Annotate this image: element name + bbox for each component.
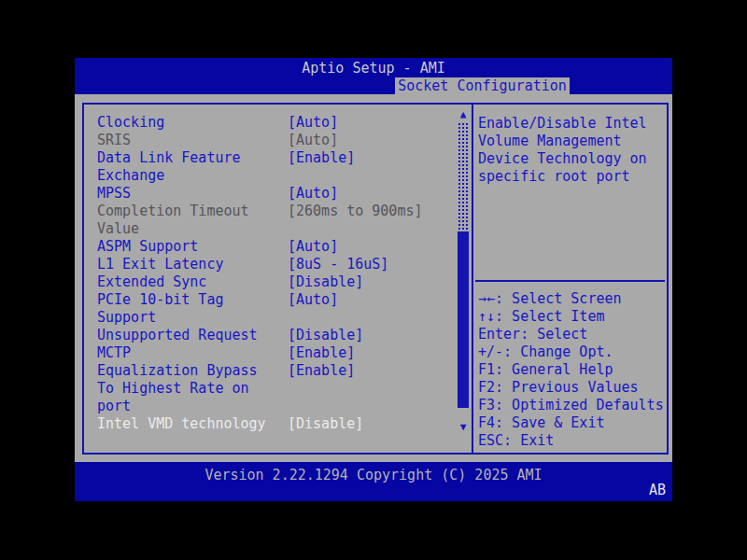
scroll-down-icon[interactable]: ▼ bbox=[457, 422, 470, 433]
setting-value: [Auto] bbox=[280, 114, 338, 132]
scrollbar-thumb[interactable] bbox=[458, 231, 469, 408]
setting-row[interactable]: Clocking [Auto] bbox=[97, 114, 457, 132]
setting-row[interactable]: Intel VMD technology [Disable] bbox=[97, 415, 457, 433]
setting-label: MPSS bbox=[97, 185, 280, 203]
hotkey-item: +/-: Change Opt. bbox=[478, 343, 664, 361]
setup-window: Clocking [Auto] SRIS [Auto] Data Link Fe… bbox=[75, 94, 672, 462]
hotkey-list: →←: Select Screen ↑↓: Select Item Enter:… bbox=[478, 290, 664, 450]
hotkey-item: ↑↓: Select Item bbox=[478, 308, 664, 326]
setting-label: Equalization Bypass To Highest Rate on p… bbox=[97, 362, 280, 415]
setting-row[interactable]: PCIe 10-bit Tag Support [Auto] bbox=[97, 291, 457, 327]
scroll-up-icon[interactable]: ▲ bbox=[457, 109, 470, 120]
setting-row[interactable]: MPSS [Auto] bbox=[97, 185, 457, 203]
setting-row[interactable]: ASPM Support [Auto] bbox=[97, 238, 457, 256]
setting-label: ASPM Support bbox=[97, 238, 280, 256]
setting-label: Intel VMD technology bbox=[97, 415, 280, 433]
setting-value: [Auto] bbox=[280, 132, 338, 149]
hotkey-item: ESC: Exit bbox=[478, 432, 664, 450]
setting-label: Completion Timeout Value bbox=[97, 203, 280, 238]
content-box: Clocking [Auto] SRIS [Auto] Data Link Fe… bbox=[82, 103, 669, 455]
setting-label: PCIe 10-bit Tag Support bbox=[97, 291, 280, 327]
setting-value: [8uS - 16uS] bbox=[280, 256, 388, 273]
setting-row[interactable]: Completion Timeout Value [260ms to 900ms… bbox=[97, 203, 457, 238]
setting-value: [Auto] bbox=[280, 185, 338, 203]
tab-socket-configuration[interactable]: Socket Configuration bbox=[395, 77, 570, 94]
setting-value: [Disable] bbox=[280, 415, 363, 433]
setting-row[interactable]: Unsupported Request [Disable] bbox=[97, 327, 457, 344]
setting-value: [Enable] bbox=[280, 344, 355, 362]
setting-label: Extended Sync bbox=[97, 273, 280, 291]
help-divider bbox=[475, 280, 665, 282]
setting-label: Unsupported Request bbox=[97, 327, 280, 344]
hotkey-item: →←: Select Screen bbox=[478, 290, 664, 308]
setting-value: [Auto] bbox=[280, 238, 338, 256]
hotkey-item: F1: General Help bbox=[478, 361, 664, 379]
setting-row[interactable]: Equalization Bypass To Highest Rate on p… bbox=[97, 362, 457, 415]
setting-value: [260ms to 900ms] bbox=[280, 203, 423, 220]
setting-value: [Disable] bbox=[280, 273, 363, 291]
setting-value: [Enable] bbox=[280, 362, 355, 380]
setting-row[interactable]: Extended Sync [Disable] bbox=[97, 273, 457, 291]
setting-label: Data Link Feature Exchange bbox=[97, 149, 280, 185]
footer-bar: Version 2.22.1294 Copyright (C) 2025 AMI… bbox=[75, 462, 672, 501]
setting-label: MCTP bbox=[97, 344, 280, 362]
setting-row[interactable]: Data Link Feature Exchange [Enable] bbox=[97, 149, 457, 185]
setting-label: L1 Exit Latency bbox=[97, 256, 280, 273]
hotkey-item: F2: Previous Values bbox=[478, 379, 664, 397]
bios-screen: Aptio Setup - AMI Socket Configuration C… bbox=[75, 58, 672, 501]
settings-list: Clocking [Auto] SRIS [Auto] Data Link Fe… bbox=[84, 105, 457, 453]
setting-value: [Disable] bbox=[280, 327, 363, 344]
setting-row[interactable]: L1 Exit Latency [8uS - 16uS] bbox=[97, 256, 457, 273]
setting-row[interactable]: MCTP [Enable] bbox=[97, 344, 457, 362]
setting-row[interactable]: SRIS [Auto] bbox=[97, 132, 457, 149]
scrollbar[interactable]: ▲ ▼ bbox=[457, 109, 470, 433]
page-title: Aptio Setup - AMI bbox=[75, 60, 672, 77]
hotkey-item: F4: Save & Exit bbox=[478, 414, 664, 432]
setting-label: SRIS bbox=[97, 132, 280, 149]
setting-value: [Auto] bbox=[280, 291, 338, 309]
hotkey-item: F3: Optimized Defaults bbox=[478, 397, 664, 414]
hotkey-item: Enter: Select bbox=[478, 326, 664, 343]
version-text: Version 2.22.1294 Copyright (C) 2025 AMI bbox=[75, 462, 672, 484]
setting-label: Clocking bbox=[97, 114, 280, 132]
footer-badge: AB bbox=[649, 482, 666, 499]
help-text: Enable/Disable Intel Volume Management D… bbox=[478, 115, 667, 186]
scrollbar-track[interactable] bbox=[458, 122, 469, 231]
setting-value: [Enable] bbox=[280, 149, 355, 167]
